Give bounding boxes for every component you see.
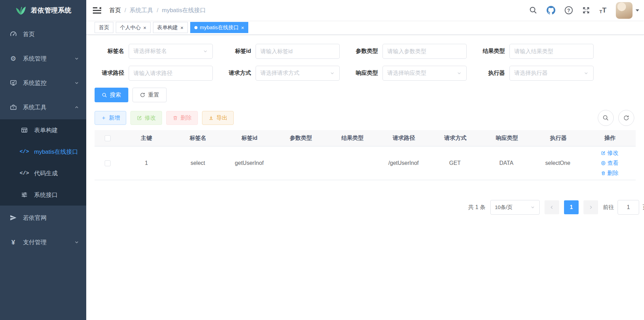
- trash-icon: [172, 115, 178, 121]
- tab-label: 个人中心: [120, 24, 141, 31]
- close-icon[interactable]: ×: [143, 25, 146, 30]
- sidebar-item-payment-manage[interactable]: ¥ 支付管理: [0, 230, 86, 254]
- field-param-type: 参数类型: [348, 44, 467, 59]
- font-size-icon[interactable]: TT: [599, 6, 606, 14]
- executor-select[interactable]: 请选择执行器: [509, 66, 594, 81]
- tab-mybatis-api[interactable]: mybatis在线接口 ×: [190, 22, 248, 33]
- sidebar-item-system-monitor[interactable]: 系统监控: [0, 71, 86, 95]
- refresh-button[interactable]: [618, 110, 634, 126]
- breadcrumb: 首页 / 系统工具 / mybatis在线接口: [109, 6, 206, 14]
- sidebar-item-label: 系统接口: [34, 191, 79, 199]
- sidebar-item-code-gen[interactable]: </> 代码生成: [0, 162, 86, 184]
- tag-name-select[interactable]: 请选择标签名: [129, 44, 213, 59]
- field-request-path: 请求路径: [95, 66, 213, 81]
- app-logo[interactable]: 若依管理系统: [0, 0, 86, 21]
- fullscreen-icon[interactable]: [582, 6, 590, 14]
- user-menu[interactable]: [616, 2, 639, 19]
- monitor-icon: [9, 79, 17, 87]
- prev-page-button[interactable]: [545, 200, 559, 214]
- show-search-button[interactable]: [598, 110, 614, 126]
- page-number-button[interactable]: 1: [564, 200, 579, 214]
- toolbar-right: [598, 110, 636, 126]
- tab-profile[interactable]: 个人中心 ×: [116, 22, 151, 33]
- edit-button[interactable]: 修改: [130, 111, 162, 125]
- breadcrumb-separator: /: [157, 7, 159, 14]
- pagination: 共 1 条 10条/页 1 前往 页: [95, 200, 644, 215]
- table-row[interactable]: 1 select getUserInof /getUserInof GET DA…: [95, 146, 636, 180]
- row-view-link[interactable]: 查看: [601, 158, 619, 168]
- add-button[interactable]: ＋ 新增: [95, 111, 126, 125]
- result-type-input[interactable]: [509, 44, 594, 59]
- tags-bar: 首页 个人中心 × 表单构建 × mybatis在线接口 ×: [86, 21, 644, 35]
- chevron-up-icon: [74, 105, 79, 110]
- page-size-select[interactable]: 10条/页: [490, 200, 540, 215]
- chevron-down-icon: [74, 240, 79, 245]
- tag-id-input[interactable]: [256, 44, 340, 59]
- close-icon[interactable]: ×: [241, 25, 244, 30]
- tab-form-builder[interactable]: 表单构建 ×: [153, 22, 188, 33]
- search-icon[interactable]: [529, 6, 537, 14]
- caret-down-icon: [636, 9, 639, 13]
- select-placeholder: 请选择标签名: [134, 48, 167, 55]
- github-icon[interactable]: [547, 6, 555, 15]
- tab-home[interactable]: 首页: [95, 22, 113, 33]
- reset-button[interactable]: 重置: [132, 88, 167, 102]
- sidebar-toggle-button[interactable]: [86, 0, 107, 21]
- cell-tag-name: select: [172, 160, 224, 166]
- sidebar: 若依管理系统 首页 ⚙ 系统管理: [0, 0, 86, 320]
- select-all-checkbox[interactable]: [105, 135, 111, 141]
- toolbox-icon: [9, 104, 17, 111]
- column-header: 主键: [121, 135, 172, 142]
- cell-actions: 修改 查看 删除: [583, 148, 636, 178]
- goto-page-input[interactable]: [618, 200, 639, 215]
- close-icon[interactable]: ×: [180, 25, 184, 30]
- row-delete-link[interactable]: 删除: [601, 168, 619, 178]
- sidebar-item-label: 支付管理: [23, 238, 74, 246]
- sliders-icon: [20, 191, 29, 198]
- column-header: 标签名: [172, 135, 224, 142]
- delete-button[interactable]: 删除: [166, 111, 198, 125]
- sidebar-item-label: 表单构建: [34, 126, 79, 134]
- breadcrumb-item[interactable]: 首页: [109, 6, 121, 14]
- avatar[interactable]: [616, 2, 633, 19]
- sidebar-item-form-builder[interactable]: 表单构建: [0, 119, 86, 141]
- page-content: 标签名 请选择标签名 标签id 参数类型: [86, 35, 644, 320]
- question-icon[interactable]: ?: [565, 6, 573, 14]
- code-icon: </>: [20, 149, 29, 155]
- pagination-total: 共 1 条: [468, 204, 485, 211]
- sidebar-item-label: 系统管理: [23, 55, 74, 63]
- search-button[interactable]: 搜索: [95, 88, 128, 102]
- sidebar-item-system-tools[interactable]: 系统工具: [0, 95, 86, 119]
- sidebar-item-label: 若依官网: [23, 214, 79, 222]
- sidebar-item-system-manage[interactable]: ⚙ 系统管理: [0, 46, 86, 71]
- response-type-select[interactable]: 请选择响应类型: [383, 66, 467, 81]
- topbar: 首页 / 系统工具 / mybatis在线接口 ?: [86, 0, 644, 21]
- cell-request-method: GET: [429, 160, 481, 166]
- search-form-row-1: 标签名 请选择标签名 标签id 参数类型: [95, 44, 636, 59]
- field-tag-name: 标签名 请选择标签名: [95, 44, 213, 59]
- sidebar-item-system-api[interactable]: 系统接口: [0, 184, 86, 206]
- row-checkbox[interactable]: [105, 160, 111, 166]
- sidebar-item-label: 系统工具: [23, 103, 74, 111]
- sidebar-item-home[interactable]: 首页: [0, 22, 86, 46]
- field-label: 结果类型: [475, 48, 505, 55]
- next-page-button[interactable]: [583, 200, 598, 214]
- tab-label: mybatis在线接口: [200, 24, 239, 31]
- export-button[interactable]: 导出: [202, 111, 234, 125]
- goto-label: 前往: [603, 204, 614, 211]
- field-label: 请求方式: [222, 70, 251, 77]
- sidebar-item-mybatis-api[interactable]: </> mybatis在线接口: [0, 141, 86, 162]
- sidebar-item-label: 系统监控: [23, 79, 74, 87]
- request-path-input[interactable]: [129, 66, 213, 81]
- sidebar-item-official-site[interactable]: 若依官网: [0, 206, 86, 230]
- param-type-input[interactable]: [383, 44, 467, 59]
- page-unit-label: 页: [643, 204, 644, 211]
- field-response-type: 响应类型 请选择响应类型: [348, 66, 467, 81]
- logo-plant-icon: [15, 5, 27, 16]
- search-actions: 搜索 重置: [95, 88, 636, 102]
- app-root: 若依管理系统 首页 ⚙ 系统管理: [0, 0, 644, 320]
- tab-label: 首页: [99, 24, 109, 31]
- request-method-select[interactable]: 请选择请求方式: [256, 66, 340, 81]
- row-edit-link[interactable]: 修改: [601, 148, 619, 158]
- breadcrumb-item: mybatis在线接口: [162, 6, 206, 14]
